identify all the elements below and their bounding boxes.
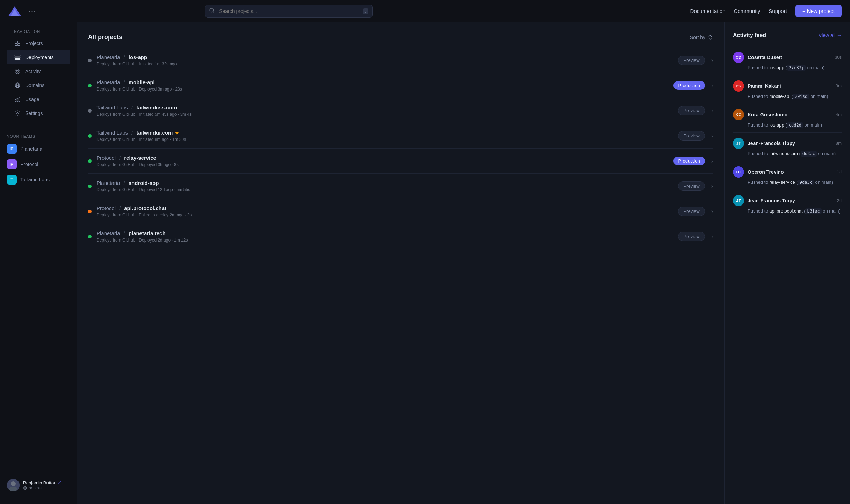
sidebar-item-projects[interactable]: Projects <box>7 36 70 50</box>
activity-panel: Activity feed View all → CD Cosetta Duse… <box>724 22 850 504</box>
activity-time: 8m <box>836 141 842 146</box>
project-separator: / <box>119 205 121 211</box>
svg-rect-4 <box>15 44 17 46</box>
search-input[interactable] <box>205 5 373 18</box>
project-row[interactable]: Protocol / api.protocol.chat Deploys fro… <box>88 199 713 224</box>
team-avatar-tailwind: T <box>7 175 17 185</box>
project-row[interactable]: Planetaria / ios-app Deploys from GitHub… <box>88 48 713 73</box>
more-button[interactable]: ··· <box>29 7 36 15</box>
activity-branch: main <box>824 151 834 156</box>
teams-section: Your teams P Planetaria P Protocol T Tai… <box>0 134 77 187</box>
team-item-planetaria[interactable]: P Planetaria <box>0 141 77 157</box>
activity-commit: 9da3c <box>798 180 814 185</box>
svg-line-1 <box>213 12 214 13</box>
svg-rect-8 <box>15 59 20 60</box>
svg-rect-14 <box>15 100 16 102</box>
svg-rect-5 <box>18 44 20 46</box>
project-row[interactable]: Planetaria / mobile-api Deploys from Git… <box>88 73 713 98</box>
status-dot <box>88 235 92 238</box>
sidebar-footer: Benjamin Button ✓ benjbutt <box>0 473 77 497</box>
activity-message: Pushed to tailwindui.com (dd3ac on main) <box>733 151 842 156</box>
project-team: Planetaria <box>96 180 120 186</box>
team-item-tailwind-labs[interactable]: T Tailwind Labs <box>0 172 77 187</box>
project-title: Planetaria / planetaria.tech <box>96 230 678 236</box>
nav-community[interactable]: Community <box>734 8 760 14</box>
chevron-right-icon: › <box>711 158 713 164</box>
nav-support[interactable]: Support <box>769 8 787 14</box>
new-project-button[interactable]: + New project <box>795 5 842 17</box>
sidebar-item-settings[interactable]: Settings <box>7 106 70 120</box>
activity-item: KG Kora Grisostomo 4m Pushed to ios-app … <box>733 104 842 133</box>
project-row[interactable]: Planetaria / planetaria.tech Deploys fro… <box>88 224 713 249</box>
sidebar-item-usage[interactable]: Usage <box>7 92 70 106</box>
header-nav: Documentation Community Support + New pr… <box>690 5 842 17</box>
status-dot <box>88 84 92 87</box>
activity-branch: main <box>822 180 831 185</box>
project-title: Planetaria / android-app <box>96 180 678 186</box>
project-meta: Deploys from GitHub · Initiated 8m ago ·… <box>96 137 678 142</box>
project-name: tailwindui.com <box>136 130 173 136</box>
sidebar-item-domains[interactable]: Domains <box>7 78 70 92</box>
sidebar-item-activity[interactable]: Activity <box>7 64 70 78</box>
activity-branch: main <box>813 65 823 70</box>
activity-commit: dd3ac <box>801 151 817 157</box>
activity-commit: cdd2d <box>787 122 803 128</box>
sidebar-item-deployments[interactable]: Deployments <box>7 50 70 64</box>
activity-project-link[interactable]: relay-service <box>769 180 795 185</box>
activity-project-link[interactable]: mobile-api <box>769 94 790 99</box>
project-info: Protocol / api.protocol.chat Deploys fro… <box>96 205 678 217</box>
chevron-right-icon: › <box>711 108 713 114</box>
projects-label: Projects <box>25 41 43 46</box>
activity-avatar: JT <box>733 138 744 149</box>
activity-branch: main <box>829 208 839 214</box>
activity-item: OT Oberon Trevino 1d Pushed to relay-ser… <box>733 161 842 190</box>
activity-item: JT Jean-Francois Tippy 2d Pushed to api.… <box>733 190 842 218</box>
user-info: Benjamin Button ✓ benjbutt <box>23 480 70 490</box>
teams-label: Your teams <box>0 134 77 138</box>
project-meta: Deploys from GitHub · Deployed 3h ago · … <box>96 162 673 167</box>
activity-user-name: Pammi Kakani <box>748 83 832 89</box>
project-badge: Preview <box>678 207 705 216</box>
user-handle: benjbutt <box>23 485 70 490</box>
svg-point-19 <box>11 481 16 486</box>
project-badge-wrap: Preview › <box>678 232 713 241</box>
project-name: relay-service <box>124 155 156 161</box>
project-row[interactable]: Planetaria / android-app Deploys from Gi… <box>88 174 713 199</box>
activity-commit: 29jsd <box>793 94 809 99</box>
activity-message: Pushed to ios-app (27c83j on main) <box>733 65 842 70</box>
project-meta: Deploys from GitHub · Failed to deploy 2… <box>96 213 678 217</box>
settings-icon <box>14 110 21 117</box>
team-name-tailwind: Tailwind Labs <box>20 177 50 182</box>
activity-time: 4m <box>836 112 842 117</box>
project-row[interactable]: Tailwind Labs / tailwindui.com ★ Deploys… <box>88 123 713 149</box>
activity-project-link[interactable]: api.protocol.chat <box>769 208 802 214</box>
project-badge-wrap: Preview › <box>678 207 713 216</box>
project-row[interactable]: Protocol / relay-service Deploys from Gi… <box>88 149 713 174</box>
activity-avatar: OT <box>733 166 744 178</box>
project-row[interactable]: Tailwind Labs / tailwindcss.com Deploys … <box>88 98 713 123</box>
project-name: ios-app <box>129 54 147 60</box>
project-title: Tailwind Labs / tailwindui.com ★ <box>96 130 678 136</box>
nav-documentation[interactable]: Documentation <box>690 8 726 14</box>
project-separator: / <box>124 54 125 60</box>
activity-project-link[interactable]: ios-app <box>769 122 784 128</box>
activity-header: Activity feed View all → <box>733 32 842 38</box>
activity-user-row: JT Jean-Francois Tippy 2d <box>733 195 842 206</box>
project-title: Protocol / api.protocol.chat <box>96 205 678 211</box>
activity-project-link[interactable]: tailwindui.com <box>769 151 798 156</box>
project-team: Planetaria <box>96 54 120 60</box>
activity-project-link[interactable]: ios-app <box>769 65 784 70</box>
activity-time: 2d <box>837 198 842 203</box>
view-all-link[interactable]: View all → <box>819 33 842 38</box>
team-item-protocol[interactable]: P Protocol <box>0 157 77 172</box>
sort-by[interactable]: Sort by <box>690 35 713 40</box>
team-avatar-protocol: P <box>7 159 17 169</box>
main-layout: Navigation Projects Deployments <box>0 22 850 504</box>
project-meta: Deploys from GitHub · Initiated 1m 32s a… <box>96 62 678 66</box>
project-meta: Deploys from GitHub · Initiated 5m 45s a… <box>96 112 678 117</box>
project-badge-wrap: Preview › <box>678 181 713 191</box>
project-separator: / <box>119 155 121 161</box>
search-container: / <box>205 5 373 18</box>
project-name: android-app <box>129 180 159 186</box>
activity-title: Activity feed <box>733 32 766 38</box>
